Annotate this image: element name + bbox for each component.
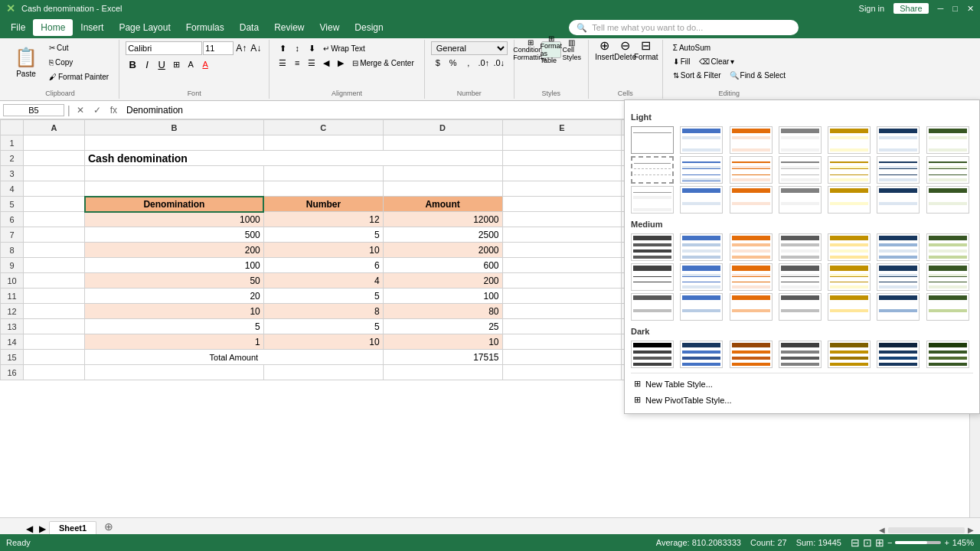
nav-prev-btn[interactable]: ◀	[23, 523, 36, 534]
cell-b4[interactable]	[85, 181, 264, 197]
row-num-4[interactable]: 4	[1, 181, 24, 197]
cell-e2[interactable]	[502, 151, 622, 166]
cell-e11[interactable]	[502, 289, 622, 304]
table-style-blue-light[interactable]	[680, 126, 723, 154]
table-style-white-striped[interactable]	[631, 186, 674, 214]
cell-b14[interactable]: 1	[85, 334, 264, 350]
table-style-green-light[interactable]	[926, 126, 969, 154]
row-num-14[interactable]: 14	[1, 334, 24, 350]
find-select-button[interactable]: 🔍 Find & Select	[726, 69, 789, 82]
row-num-16[interactable]: 16	[1, 365, 24, 380]
cell-e9[interactable]	[502, 258, 622, 273]
cell-e15[interactable]	[502, 350, 622, 365]
med-navy-solid[interactable]	[877, 233, 920, 261]
col-header-e[interactable]: E	[502, 120, 622, 135]
med-green-line[interactable]	[926, 263, 969, 291]
med-orange-line[interactable]	[730, 263, 773, 291]
view-preview-btn[interactable]: ⊞	[875, 536, 884, 549]
align-top-btn[interactable]: ⬆	[276, 41, 289, 55]
font-color-btn[interactable]: A	[198, 57, 212, 71]
comma-btn[interactable]: ,	[462, 56, 475, 70]
bold-btn[interactable]: B	[126, 57, 139, 71]
cell-d11[interactable]: 100	[383, 289, 502, 304]
dark-orange[interactable]	[730, 341, 773, 368]
minimize-btn[interactable]: ─	[938, 4, 944, 13]
cell-c5[interactable]: Number	[263, 197, 383, 212]
cell-a12[interactable]	[24, 304, 85, 319]
cell-d13[interactable]: 25	[383, 319, 502, 334]
cell-e8[interactable]	[502, 243, 622, 258]
cell-b6[interactable]: 1000	[85, 212, 264, 227]
cell-b8[interactable]: 200	[85, 243, 264, 258]
cell-c6[interactable]: 12	[263, 212, 383, 227]
table-style-blue-light2[interactable]	[680, 156, 723, 184]
menu-design[interactable]: Design	[347, 19, 390, 36]
cell-e3[interactable]	[502, 166, 622, 181]
col-header-b[interactable]: B	[85, 120, 264, 135]
font-decrease-btn[interactable]: A↓	[249, 41, 263, 55]
cell-c3[interactable]	[263, 166, 383, 181]
wrap-text-button[interactable]: ↵ Wrap Text	[319, 42, 369, 55]
scroll-left-btn[interactable]: ◀	[879, 526, 885, 534]
cell-c13[interactable]: 5	[263, 319, 383, 334]
cell-d6[interactable]: 12000	[383, 212, 502, 227]
cut-button[interactable]: ✂ Cut	[45, 41, 113, 54]
zoom-out-btn[interactable]: −	[887, 538, 892, 547]
cell-e4[interactable]	[502, 181, 622, 197]
cell-b5[interactable]: Denomination	[85, 197, 264, 212]
cell-a6[interactable]	[24, 212, 85, 227]
table-style-orange-light[interactable]	[730, 126, 773, 154]
cell-b2[interactable]: Cash denomination	[85, 151, 503, 166]
dark-blue[interactable]	[680, 341, 723, 368]
cell-d16[interactable]	[383, 365, 502, 380]
cell-b12[interactable]: 10	[85, 304, 264, 319]
table-style-navy-light2[interactable]	[877, 156, 920, 184]
align-bottom-btn[interactable]: ⬇	[305, 41, 318, 55]
table-style-green-striped[interactable]	[926, 186, 969, 214]
percent-btn[interactable]: %	[446, 56, 460, 70]
row-num-9[interactable]: 9	[1, 258, 24, 273]
row-num-8[interactable]: 8	[1, 243, 24, 258]
table-style-navy-light[interactable]	[877, 126, 920, 154]
cell-d14[interactable]: 10	[383, 334, 502, 350]
formula-func-btn[interactable]: fx	[107, 105, 120, 116]
copy-button[interactable]: ⎘ Copy	[45, 56, 113, 69]
scroll-right-btn[interactable]: ▶	[968, 526, 974, 534]
med-dark-line[interactable]	[631, 263, 674, 291]
cell-e16[interactable]	[502, 365, 622, 380]
cell-e12[interactable]	[502, 304, 622, 319]
cell-c10[interactable]: 4	[263, 273, 383, 289]
med-gold-alt[interactable]	[828, 293, 871, 321]
med-gold-solid[interactable]	[828, 233, 871, 261]
cell-e6[interactable]	[502, 212, 622, 227]
cell-c7[interactable]: 5	[263, 227, 383, 243]
menu-insert[interactable]: Insert	[73, 19, 111, 36]
view-normal-btn[interactable]: ⊟	[851, 536, 860, 549]
dark-black[interactable]	[631, 341, 674, 368]
cell-b11[interactable]: 20	[85, 289, 264, 304]
cell-d12[interactable]: 80	[383, 304, 502, 319]
table-style-orange-striped[interactable]	[730, 186, 773, 214]
delete-button[interactable]: ⊖ Delete	[616, 41, 635, 58]
med-blue-alt[interactable]	[680, 293, 723, 321]
cell-c12[interactable]: 8	[263, 304, 383, 319]
indent-dec-btn[interactable]: ◀	[319, 56, 333, 70]
maximize-btn[interactable]: □	[952, 4, 958, 13]
cell-a8[interactable]	[24, 243, 85, 258]
signin-btn[interactable]: Sign in	[859, 4, 885, 13]
row-num-13[interactable]: 13	[1, 319, 24, 334]
fill-color-btn[interactable]: A	[184, 57, 198, 71]
row-num-12[interactable]: 12	[1, 304, 24, 319]
underline-btn[interactable]: U	[155, 57, 168, 71]
menu-formulas[interactable]: Formulas	[178, 19, 232, 36]
med-gray-line[interactable]	[779, 263, 822, 291]
cell-a15[interactable]	[24, 350, 85, 365]
dec-dec-btn[interactable]: .0↓	[492, 56, 506, 70]
cell-e14[interactable]	[502, 334, 622, 350]
cell-d5[interactable]: Amount	[383, 197, 502, 212]
cell-e5[interactable]	[502, 197, 622, 212]
cell-d1[interactable]	[383, 135, 502, 151]
align-left-btn[interactable]: ☰	[276, 56, 289, 70]
table-style-navy-striped[interactable]	[877, 186, 920, 214]
menu-home[interactable]: Home	[33, 19, 73, 36]
